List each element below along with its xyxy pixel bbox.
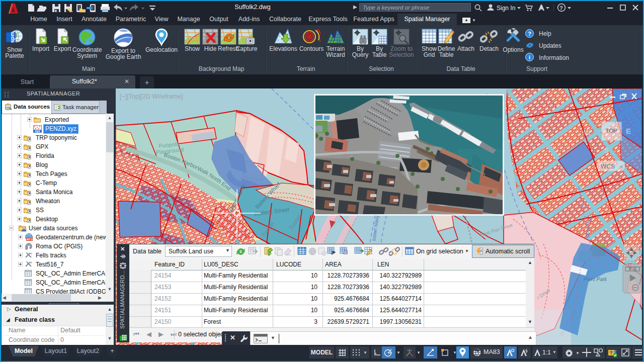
svg-text:spm: spm <box>9 31 15 43</box>
svg-text:N: N <box>607 108 612 116</box>
svg-text:?: ? <box>528 31 531 37</box>
svg-text:TOP: TOP <box>606 128 617 134</box>
svg-text:[−][Top][2D Wireframe]: [−][Top][2D Wireframe] <box>120 93 183 100</box>
svg-text:WCS: WCS <box>601 163 615 170</box>
svg-text:Sign In: Sign In <box>497 5 515 12</box>
svg-text:Piers Park: Piers Park <box>584 277 607 282</box>
svg-text:S: S <box>604 146 609 154</box>
svg-text:i: i <box>529 54 530 60</box>
svg-text:W: W <box>584 128 591 136</box>
svg-text:xyz: xyz <box>35 129 40 133</box>
svg-text:E: E <box>626 127 631 135</box>
svg-text:?: ? <box>559 5 563 11</box>
svg-text:WFS: WFS <box>26 238 33 241</box>
